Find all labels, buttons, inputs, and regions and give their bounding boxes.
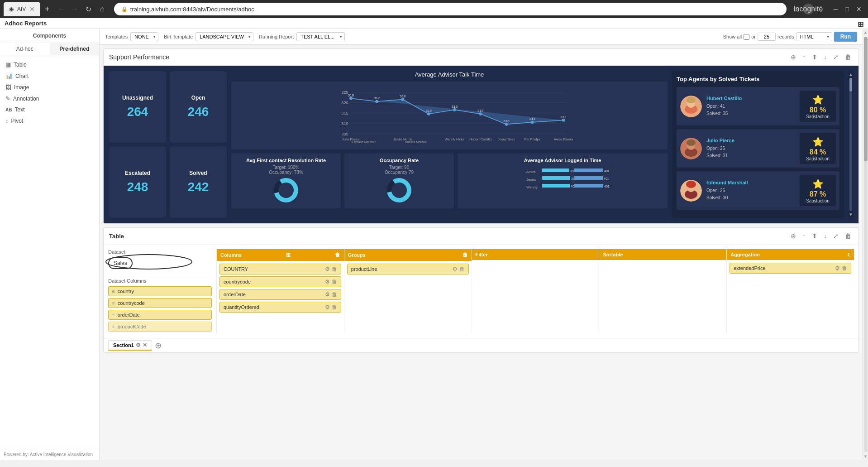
sidebar-item-table-label: Table [14,62,27,68]
table-upload-btn[interactable]: ⬆ [810,231,819,241]
config-agg-delete[interactable]: 🗑 [842,265,847,271]
expand-icon[interactable]: ⊞ [858,20,863,29]
templates-select[interactable]: NONE [130,32,158,41]
config-columns-body: COUNTRY ⚙ 🗑 countrycode ⚙ 🗑 [217,261,344,317]
sidebar-item-pivot[interactable]: ↕ Pivot [2,115,97,126]
show-all-checkbox[interactable] [744,34,749,40]
sidebar-item-table[interactable]: ▦ Table [2,59,97,70]
panel-occupancy-target: Target: 90 [349,165,449,170]
table-delete-btn[interactable]: 🗑 [843,231,853,241]
section1-settings-icon[interactable]: ⚙ [136,342,141,348]
format-select[interactable]: HTML PDF [796,32,832,41]
section1-close-icon[interactable]: ✕ [143,342,147,348]
agent-card-0: Hubert Castillo Open: 41 Solved: 35 ⭐ 80… [677,87,839,125]
birt-group: Birt Template LANDSCAPE VIEW [164,32,253,41]
scroll-bar-area[interactable] [864,37,868,452]
reload-btn[interactable]: ↻ [83,5,94,14]
column-orderdate[interactable]: ≡ orderDate [108,310,212,320]
back-btn[interactable]: ← [56,5,67,13]
incognito-btn[interactable]: Incognito [803,4,814,14]
dashboard-scrollbar[interactable]: ▲ ▼ [849,71,853,218]
sidebar-item-chart[interactable]: 📊 Chart [2,70,97,82]
panel-logged-title: Average Advisor Logged in Time [462,158,663,163]
config-col-qty-label: quantityOrdered [224,304,259,310]
svg-text:312: 312 [560,115,567,119]
tab-predefined[interactable]: Pre-defined [50,43,100,55]
right-scrollbar[interactable]: ▲ ▼ [863,29,868,460]
minimize-btn[interactable]: ─ [831,5,841,14]
table-down-btn[interactable]: ↓ [822,231,829,241]
column-countrycode[interactable]: ≡ countrycode [108,298,212,308]
groups-trash-icon[interactable]: 🗑 [463,252,468,258]
sidebar-item-image[interactable]: 🖼 Image [2,82,97,93]
birt-select[interactable]: LANDSCAPE VIEW [196,32,253,41]
report-up-btn[interactable]: ↑ [801,53,807,62]
config-group-pl-delete[interactable]: 🗑 [459,266,465,272]
config-col-od-settings[interactable]: ⚙ [325,291,330,298]
config-col-cc-settings[interactable]: ⚙ [325,279,330,285]
report-add-btn[interactable]: ⊕ [789,53,798,62]
window-controls: ─ □ ✕ [831,5,864,14]
sidebar: Components Ad-hoc Pre-defined ▦ Table 📊 … [0,29,100,460]
config-col-countrycode-actions: ⚙ 🗑 [325,279,337,285]
birt-select-wrapper: LANDSCAPE VIEW [196,32,253,41]
config-col-country-actions: ⚙ 🗑 [325,266,337,272]
home-btn[interactable]: ⌂ [97,5,108,13]
report-delete-btn[interactable]: 🗑 [843,53,853,62]
report-down-btn[interactable]: ↓ [822,53,829,62]
add-section-btn[interactable]: ⊕ [155,341,162,351]
new-tab-btn[interactable]: + [45,5,50,14]
report-resize-btn[interactable]: ⤢ [831,53,840,62]
svg-point-11 [349,97,353,100]
forward-btn[interactable]: → [70,5,81,13]
config-col-orderdate: orderDate ⚙ 🗑 [219,289,341,300]
stat-escalated-value: 248 [127,180,148,194]
footer-text: Powered by: Active Intelligence Visualiz… [4,452,93,457]
menu-icon[interactable]: ⋮ [817,5,825,14]
sidebar-item-annotation[interactable]: ✎ Annotation [2,93,97,104]
columns-trash-icon[interactable]: 🗑 [335,252,340,258]
dataset-value[interactable]: Sales [108,257,133,269]
columns-grid-icon[interactable]: ⊞ [286,252,291,258]
config-col-country-delete[interactable]: 🗑 [332,266,337,272]
config-col-country-settings[interactable]: ⚙ [325,266,330,272]
table-section: Table ⊕ ↑ ⬆ ↓ ⤢ 🗑 Dataset [103,227,859,353]
stat-solved-label: Solved [189,170,207,176]
config-group-pl-actions: ⚙ 🗑 [453,266,465,272]
close-btn[interactable]: ✕ [854,5,864,14]
svg-text:319: 319 [348,93,354,97]
config-col-qty-delete[interactable]: 🗑 [332,304,337,310]
config-agg-price: extendedPrice ⚙ 🗑 [730,263,851,274]
scroll-down-arrow[interactable]: ▼ [863,453,868,460]
run-button[interactable]: Run [834,32,857,42]
tab-close-btn[interactable]: ✕ [29,5,35,13]
table-resize-btn[interactable]: ⤢ [831,231,840,241]
column-country[interactable]: ≡ country [108,286,212,296]
svg-text:Pat Phelps: Pat Phelps [524,137,540,141]
running-select[interactable]: TEST ALL EL... [296,32,345,41]
sidebar-item-text[interactable]: AB Text [2,104,97,115]
config-col-cc-delete[interactable]: 🗑 [332,279,337,285]
records-input[interactable] [758,33,776,41]
column-productcode[interactable]: ≡ productCode [108,322,212,332]
tab-adhoc[interactable]: Ad-hoc [0,43,50,55]
config-col-qty-settings[interactable]: ⚙ [325,304,330,310]
table-add-btn[interactable]: ⊕ [789,231,798,241]
panel-first-contact-occ: Occupancy: 78% [236,170,336,175]
svg-text:Jesus: Jesus [526,178,536,182]
address-bar[interactable]: 🔒 training.aivhub.com:8443/aiv/Documents… [114,3,787,15]
table-up-btn[interactable]: ↑ [801,231,807,241]
config-group-pl-settings[interactable]: ⚙ [453,266,458,272]
config-agg-settings[interactable]: ⚙ [835,265,840,271]
active-tab[interactable]: ◉ AIV ✕ [4,2,40,16]
config-sortable-header: Sortable [599,249,726,260]
sidebar-tabs: Ad-hoc Pre-defined [0,43,99,55]
chart-container: 325 320 315 310 305 [231,82,668,149]
maximize-btn[interactable]: □ [843,5,852,14]
svg-point-60 [687,97,696,103]
stat-solved: Solved 242 [170,146,227,218]
config-col-od-delete[interactable]: 🗑 [332,291,337,298]
report-upload-btn[interactable]: ⬆ [810,53,819,62]
section1-tab[interactable]: Section1 ⚙ ✕ [108,340,152,351]
scroll-up-arrow[interactable]: ▲ [863,29,868,36]
